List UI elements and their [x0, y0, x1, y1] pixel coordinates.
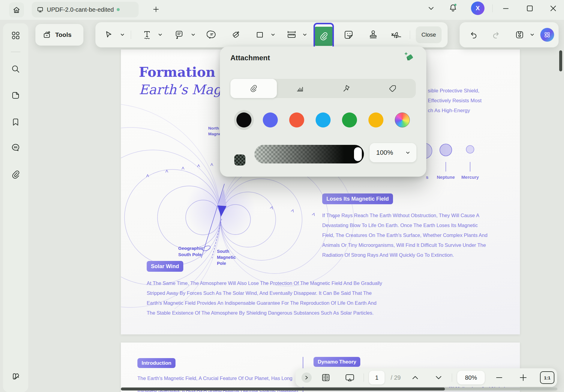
tab-list-chevron[interactable] [426, 3, 436, 14]
actual-size-button[interactable]: 1:1 [540, 371, 554, 384]
bottombar-divider [364, 373, 364, 382]
shape-tool[interactable] [255, 30, 264, 39]
measure-tool[interactable] [286, 30, 297, 40]
toolbar-divider [131, 31, 131, 39]
select-tool-chevron[interactable] [121, 34, 124, 36]
shape-tool-chevron[interactable] [271, 34, 275, 36]
label-geographic-south-pole: GeographicSouth Pole [178, 245, 203, 258]
redo-icon [491, 30, 500, 40]
chevron-down-icon [406, 151, 410, 154]
titlebar-divider [492, 4, 493, 12]
home-icon [12, 6, 21, 14]
tools-button[interactable]: Tools [35, 24, 83, 46]
notifications-button[interactable] [448, 2, 458, 13]
presentation-button[interactable] [345, 373, 355, 382]
ai-sparkle-icon [543, 30, 552, 39]
sidebar-item-comments[interactable] [11, 143, 20, 152]
next-page-button[interactable] [435, 376, 442, 380]
color-swatch-black[interactable] [236, 112, 251, 127]
pin-icon [342, 84, 350, 93]
badge-solar-wind: Solar Wind [147, 261, 183, 272]
sidebar-item-pages[interactable] [11, 31, 20, 40]
undo-button[interactable] [469, 30, 479, 40]
tab-pin[interactable] [323, 79, 370, 98]
minimize-button[interactable] [500, 3, 511, 14]
ai-assistant-button[interactable] [540, 28, 554, 42]
signature-icon [391, 30, 404, 40]
tab-attachment[interactable] [230, 79, 277, 98]
color-swatch-red[interactable] [289, 112, 304, 127]
eraser-tool[interactable] [231, 30, 241, 40]
opacity-value: 100% [376, 149, 393, 157]
tab-title: UPDF-2.0-cant-be-edited [47, 6, 114, 13]
zoom-level-input[interactable]: 80% [457, 371, 485, 385]
opacity-dropdown[interactable]: 100% [370, 143, 416, 162]
bookmark-icon [11, 118, 20, 127]
popup-title: Attachment [230, 54, 270, 62]
sidebar-item-bookmarks[interactable] [11, 118, 20, 127]
opacity-slider-handle[interactable] [354, 147, 362, 161]
color-swatch-blue[interactable] [263, 112, 278, 127]
chart-bars-icon [296, 84, 304, 93]
select-tool[interactable] [104, 30, 113, 39]
text-tool-chevron[interactable] [158, 34, 162, 36]
avatar[interactable]: X [471, 1, 484, 15]
close-button[interactable]: Close [416, 26, 442, 43]
rectangle-icon [255, 30, 264, 39]
measure-tool-chevron[interactable] [303, 34, 307, 36]
avatar-initial: X [476, 5, 480, 12]
attachment-tool-selected[interactable] [314, 23, 334, 50]
swatches-icon [10, 371, 21, 382]
planet-label-mercury: Mercury [461, 175, 479, 180]
page-layout-button[interactable] [321, 373, 331, 382]
planet-label-neptune: Neptune [437, 175, 455, 180]
home-button[interactable] [9, 2, 24, 17]
tab-tag[interactable] [370, 79, 416, 98]
stamp-tool[interactable] [368, 30, 378, 40]
new-tab-button[interactable] [152, 5, 160, 14]
label-south-magnetic-pole: SouthMagneticPole [217, 248, 236, 266]
screen-share-icon [345, 373, 355, 382]
sidebar-item-themes[interactable] [10, 371, 21, 382]
attachment-tool-background [315, 27, 332, 46]
save-button[interactable] [515, 30, 524, 40]
save-chevron[interactable] [530, 34, 534, 36]
maximize-button[interactable] [524, 3, 535, 14]
zoom-level-value: 80% [465, 374, 477, 381]
previous-page-button[interactable] [412, 376, 418, 380]
expand-bar-button[interactable] [302, 373, 312, 383]
text-tool[interactable] [142, 30, 152, 40]
tab-chart[interactable] [277, 79, 323, 98]
close-label: Close [422, 31, 436, 38]
vertical-scrollbar-thumb[interactable] [559, 50, 562, 71]
zoom-out-button[interactable] [496, 374, 503, 381]
zoom-in-button[interactable] [519, 374, 527, 382]
sticker-tool[interactable] [344, 30, 354, 40]
transparency-chip[interactable] [234, 154, 245, 166]
close-window-button[interactable] [548, 3, 559, 14]
undo-icon [469, 30, 479, 40]
bell-icon [448, 3, 458, 13]
signature-tool[interactable] [391, 30, 404, 40]
add-attachment-button[interactable] [402, 52, 415, 64]
save-icon [515, 30, 524, 40]
color-swatch-green[interactable] [342, 112, 357, 127]
color-swatch-cyan[interactable] [316, 112, 331, 127]
sidebar-item-thumbnails[interactable] [11, 91, 20, 100]
toolbox-icon [42, 30, 52, 40]
horizontal-scrollbar-thumb[interactable] [121, 388, 445, 391]
comment-tool-chevron[interactable] [191, 34, 195, 36]
sidebar-item-search[interactable] [11, 64, 20, 74]
color-swatch-rainbow[interactable] [395, 112, 410, 127]
annotation-search-tool[interactable] [207, 30, 217, 40]
redo-button[interactable] [491, 30, 500, 40]
bottom-navigation-bar: 1 / 29 80% 1:1 [296, 368, 557, 387]
opacity-slider[interactable] [254, 145, 364, 163]
page-number-input[interactable]: 1 [369, 371, 385, 385]
paperclip-icon [319, 31, 328, 41]
color-swatch-yellow[interactable] [368, 112, 383, 127]
comment-tool[interactable] [174, 30, 184, 40]
sidebar-item-attachments[interactable] [11, 170, 20, 179]
document-tab[interactable]: UPDF-2.0-cant-be-edited [32, 2, 139, 17]
badge-dynamo-theory: Dynamo Theory [314, 357, 360, 367]
